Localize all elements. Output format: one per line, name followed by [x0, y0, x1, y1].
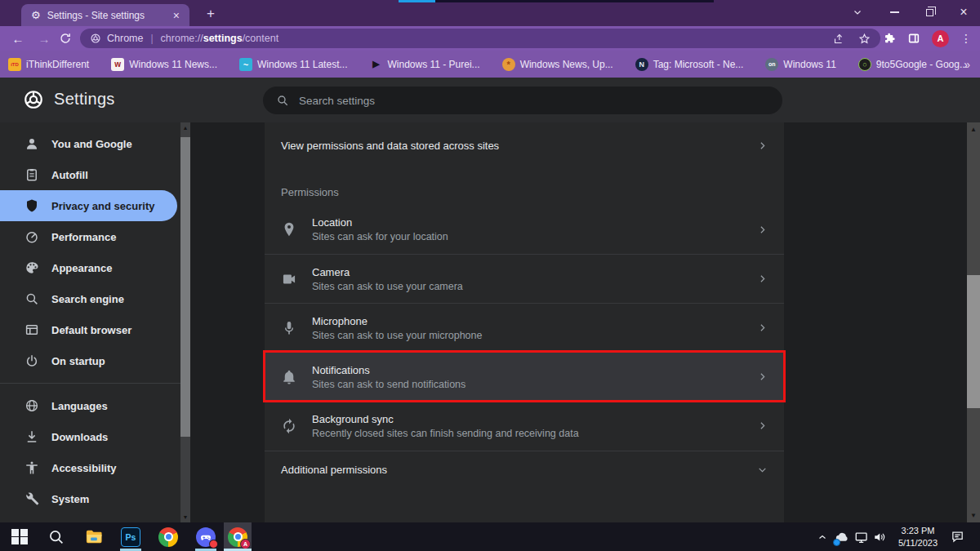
new-tab-button[interactable]: + [201, 6, 220, 22]
folder-icon [84, 527, 103, 546]
sidebar-item-privacy-and-security[interactable]: Privacy and security [0, 190, 177, 221]
three-dot-menu-icon[interactable]: ⋮ [960, 32, 972, 45]
bookmark-windows-11-news[interactable]: wWindows 11 News... [111, 58, 217, 71]
sidebar-item-accessibility[interactable]: Accessibility [0, 452, 177, 483]
bookmark-favicon: N [635, 58, 648, 71]
sidebar-item-label: Accessibility [51, 462, 117, 474]
url-path: /content [243, 33, 278, 44]
bookmark-favicon: w [111, 58, 124, 71]
onedrive-icon[interactable] [832, 522, 852, 551]
sidebar-item-search-engine[interactable]: Search engine [0, 283, 177, 314]
bookmark-label: 9to5Google - Goog... [876, 59, 968, 70]
url-highlight: settings [203, 33, 243, 44]
sidebar-item-label: On startup [51, 355, 105, 367]
action-center-icon[interactable] [946, 522, 969, 551]
file-explorer-button[interactable] [78, 522, 108, 551]
sidebar-item-system[interactable]: System [0, 483, 177, 514]
permission-subtitle: Sites can ask to use your microphone [312, 330, 482, 341]
bookmark-9to5google-goog[interactable]: ○9to5Google - Goog... [858, 58, 968, 71]
permission-row-background-sync[interactable]: Background syncRecently closed sites can… [265, 401, 784, 450]
permission-title: Camera [312, 266, 463, 278]
chrome-icon [158, 527, 178, 547]
profile-badge: A [240, 539, 251, 549]
scroll-up-icon[interactable]: ▲ [967, 126, 980, 133]
sidebar-item-label: Default browser [51, 324, 131, 336]
bookmark-ithinkdifferent[interactable]: iTDiThinkDifferent [8, 58, 89, 71]
back-icon[interactable]: ← [7, 26, 29, 51]
permission-title: Location [312, 216, 448, 229]
chrome-button[interactable] [154, 522, 183, 551]
taskbar-search-button[interactable] [41, 522, 70, 551]
sidebar-item-partial[interactable] [0, 514, 177, 522]
tab-title: Settings - Site settings [47, 10, 170, 21]
settings-gear-icon: ⚙ [31, 10, 41, 20]
tab-search-chevron-icon[interactable] [841, 0, 874, 24]
chevron-right-icon [757, 273, 768, 284]
speed-icon [24, 229, 39, 244]
scroll-down-icon[interactable]: ▼ [967, 512, 980, 519]
sidebar-item-label: Appearance [51, 262, 112, 274]
sidebar-scrollbar[interactable]: ▲ ▼ [180, 122, 190, 522]
browser-tab[interactable]: ⚙ Settings - Site settings × [21, 4, 189, 26]
sidebar-item-performance[interactable]: Performance [0, 221, 177, 252]
permission-title: Background sync [312, 413, 579, 425]
bookmark-windows-11-latest[interactable]: ~Windows 11 Latest... [239, 58, 348, 71]
restore-button[interactable] [913, 0, 946, 24]
profile-avatar[interactable]: A [932, 30, 949, 47]
power-icon [24, 353, 39, 368]
share-icon[interactable] [833, 33, 845, 45]
bookmark-label: iThinkDifferent [26, 59, 89, 70]
settings-search[interactable] [263, 87, 782, 114]
chrome-icon: A [228, 527, 247, 547]
scroll-up-icon[interactable]: ▲ [180, 125, 190, 131]
page-scrollbar[interactable]: ▲ ▼ [967, 122, 980, 522]
discord-button[interactable] [191, 522, 220, 551]
minimize-button[interactable] [878, 0, 911, 24]
permission-row-notifications[interactable]: NotificationsSites can ask to send notif… [265, 352, 784, 401]
taskbar-clock[interactable]: 3:23 PM 5/11/2023 [892, 522, 944, 551]
sidebar-item-default-browser[interactable]: Default browser [0, 314, 177, 345]
extensions-puzzle-icon[interactable] [883, 32, 896, 45]
sidebar-item-appearance[interactable]: Appearance [0, 252, 177, 283]
tab-close-icon[interactable]: × [170, 9, 183, 22]
volume-icon[interactable] [871, 522, 890, 551]
bookmark-label: Windows 11 - Purei... [387, 59, 479, 70]
sidebar-item-label: Downloads [51, 431, 108, 443]
page-scrollbar-thumb[interactable] [967, 275, 980, 408]
bookmarks-overflow-icon[interactable]: » [964, 51, 970, 78]
sidebar-item-autofill[interactable]: Autofill [0, 159, 177, 190]
bookmark-tag-microsoft-ne[interactable]: NTag: Microsoft - Ne... [635, 58, 744, 71]
bookmark-label: Windows 11 Latest... [257, 59, 348, 70]
forward-icon[interactable]: → [33, 26, 56, 51]
permission-row-camera[interactable]: CameraSites can ask to use your camera [265, 254, 784, 303]
window-close-button[interactable]: × [947, 0, 980, 24]
settings-sidebar: You and GoogleAutofillPrivacy and securi… [0, 122, 180, 522]
sidebar-item-languages[interactable]: Languages [0, 390, 177, 421]
address-bar[interactable]: Chrome | chrome://settings/content [80, 29, 880, 48]
chrome-favicon-icon [90, 33, 101, 44]
scroll-down-icon[interactable]: ▼ [180, 514, 190, 520]
side-panel-icon[interactable] [907, 32, 920, 45]
sidebar-item-you-and-google[interactable]: You and Google [0, 128, 177, 159]
sidebar-scrollbar-thumb[interactable] [180, 137, 190, 437]
additional-permissions-row[interactable]: Additional permissions [265, 451, 784, 488]
start-button[interactable] [5, 522, 34, 551]
view-permissions-row[interactable]: View permissions and data stored across … [265, 126, 784, 165]
sidebar-item-downloads[interactable]: Downloads [0, 421, 177, 452]
bookmark-star-icon[interactable] [858, 33, 871, 45]
hidden-icons-chevron-icon[interactable] [815, 522, 830, 551]
permission-row-location[interactable]: LocationSites can ask for your location [265, 205, 784, 254]
chrome-profile-button-active[interactable]: A [224, 522, 252, 551]
photoshop-button[interactable]: Ps [116, 522, 145, 551]
search-settings-input[interactable] [299, 95, 769, 107]
sidebar-item-label: Performance [51, 231, 116, 243]
settings-content: View permissions and data stored across … [265, 122, 784, 522]
palette-icon [24, 260, 39, 275]
bookmark-windows-11-purei[interactable]: ▶Windows 11 - Purei... [369, 58, 479, 71]
bookmark-windows-11[interactable]: onWindows 11 [765, 58, 835, 71]
sidebar-item-on-startup[interactable]: On startup [0, 345, 177, 376]
reload-icon[interactable] [59, 32, 72, 45]
network-icon[interactable] [852, 522, 871, 551]
permission-row-microphone[interactable]: MicrophoneSites can ask to use your micr… [265, 303, 784, 352]
bookmark-windows-news-up[interactable]: *Windows News, Up... [502, 58, 613, 71]
